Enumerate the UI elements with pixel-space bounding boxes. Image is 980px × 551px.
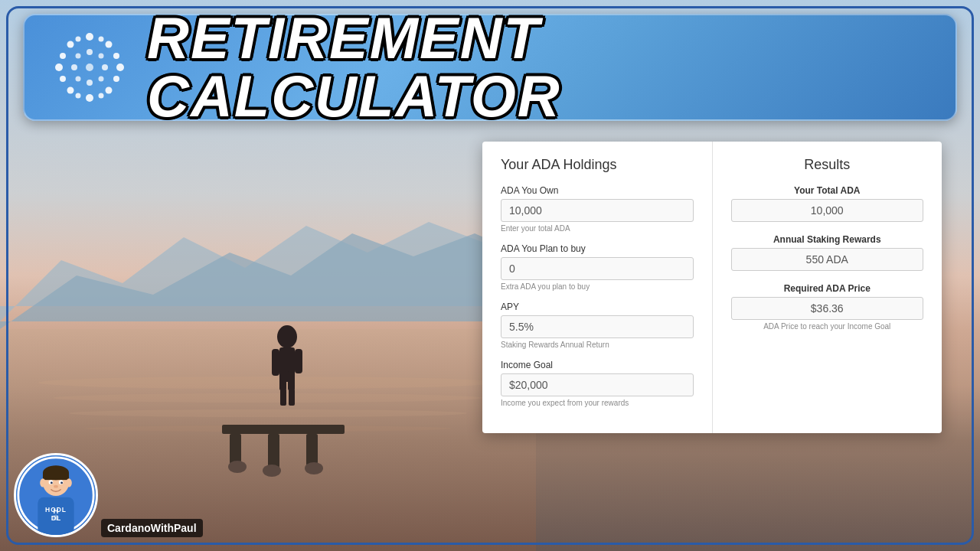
svg-point-6 <box>69 409 467 417</box>
svg-rect-10 <box>268 434 279 468</box>
svg-point-37 <box>76 93 81 99</box>
svg-rect-20 <box>288 371 295 390</box>
svg-point-59 <box>66 478 72 487</box>
svg-point-25 <box>55 64 63 71</box>
svg-rect-9 <box>230 434 241 465</box>
svg-point-57 <box>54 485 58 488</box>
ada-own-field-group: ADA You Own Enter your total ADA <box>501 185 694 233</box>
svg-point-55 <box>51 482 53 484</box>
svg-point-14 <box>305 462 323 474</box>
svg-rect-8 <box>222 425 345 434</box>
cardano-logo <box>47 25 132 109</box>
svg-rect-22 <box>289 389 295 406</box>
ada-buy-field-group: ADA You Plan to buy Extra ADA you plan t… <box>501 243 694 291</box>
svg-point-4 <box>38 377 498 389</box>
staking-rewards-result: Annual Staking Rewards 550 ADA <box>731 234 924 271</box>
svg-point-34 <box>113 76 119 82</box>
channel-name-badge: CardanoWithPaul <box>101 519 203 537</box>
total-ada-result: Your Total ADA 10,000 <box>731 185 924 222</box>
income-goal-hint: Income you expect from your rewards <box>501 399 694 407</box>
apy-field-group: APY Staking Rewards Annual Return <box>501 302 694 349</box>
svg-point-46 <box>99 77 104 82</box>
avatar: H DL HODL <box>14 453 98 537</box>
header-banner: RETIREMENT CALCULATOR <box>23 14 957 121</box>
page-title: RETIREMENT CALCULATOR <box>147 9 933 126</box>
svg-point-40 <box>87 80 93 86</box>
svg-point-35 <box>76 37 81 42</box>
apy-hint: Staking Rewards Annual Return <box>501 341 694 349</box>
svg-point-24 <box>86 94 93 102</box>
svg-point-27 <box>67 41 74 48</box>
svg-rect-17 <box>272 349 279 376</box>
apy-input[interactable] <box>501 315 694 338</box>
svg-point-15 <box>277 325 297 348</box>
svg-rect-21 <box>280 389 286 406</box>
required-ada-price-label: Required ADA Price <box>731 283 924 294</box>
income-goal-input[interactable] <box>501 373 694 396</box>
apy-label: APY <box>501 302 694 312</box>
ada-buy-hint: Extra ADA you plan to buy <box>501 282 694 291</box>
staking-rewards-label: Annual Staking Rewards <box>731 234 924 245</box>
svg-rect-19 <box>279 371 286 390</box>
svg-point-42 <box>102 64 108 70</box>
income-goal-field-group: Income Goal Income you expect from your … <box>501 360 694 407</box>
svg-point-28 <box>106 41 113 48</box>
channel-name-text: CardanoWithPaul <box>107 522 197 534</box>
svg-point-45 <box>76 77 81 82</box>
required-ada-price-hint: ADA Price to reach your Income Goal <box>731 322 924 331</box>
svg-text:DL: DL <box>51 514 61 522</box>
calculator-card: Your ADA Holdings ADA You Own Enter your… <box>482 142 942 433</box>
svg-point-32 <box>113 53 119 59</box>
required-ada-price-value: $36.36 <box>731 297 924 320</box>
svg-rect-52 <box>43 473 69 480</box>
svg-point-41 <box>71 64 77 70</box>
ada-buy-label: ADA You Plan to buy <box>501 243 694 254</box>
svg-point-56 <box>60 482 63 484</box>
svg-point-5 <box>54 393 482 403</box>
svg-point-29 <box>67 87 74 94</box>
svg-point-23 <box>86 33 93 41</box>
required-ada-price-result: Required ADA Price $36.36 ADA Price to r… <box>731 283 924 331</box>
svg-point-44 <box>99 54 104 59</box>
svg-point-26 <box>116 64 124 71</box>
ada-own-hint: Enter your total ADA <box>501 224 694 233</box>
svg-point-47 <box>86 64 93 71</box>
ada-own-input[interactable] <box>501 199 694 222</box>
svg-point-12 <box>228 461 247 473</box>
svg-point-30 <box>106 87 113 94</box>
staking-rewards-value: 550 ADA <box>731 248 924 271</box>
svg-point-13 <box>263 465 281 477</box>
results-section-title: Results <box>731 157 924 173</box>
branding-area: H DL HODL CardanoWithPaul <box>14 453 203 537</box>
svg-text:HODL: HODL <box>45 506 67 514</box>
ada-buy-input[interactable] <box>501 257 694 280</box>
inputs-section: Your ADA Holdings ADA You Own Enter your… <box>482 142 713 433</box>
svg-point-31 <box>60 53 66 59</box>
svg-point-39 <box>87 49 93 55</box>
svg-rect-11 <box>306 434 318 466</box>
ada-own-label: ADA You Own <box>501 185 694 196</box>
svg-point-43 <box>76 54 81 59</box>
income-goal-label: Income Goal <box>501 360 694 370</box>
svg-rect-18 <box>295 349 302 373</box>
svg-point-33 <box>60 76 66 82</box>
total-ada-label: Your Total ADA <box>731 185 924 196</box>
svg-point-58 <box>40 478 46 487</box>
results-section: Results Your Total ADA 10,000 Annual Sta… <box>713 142 942 433</box>
inputs-section-title: Your ADA Holdings <box>501 157 694 173</box>
svg-point-36 <box>99 37 104 42</box>
total-ada-value: 10,000 <box>731 199 924 222</box>
svg-point-38 <box>99 93 104 99</box>
